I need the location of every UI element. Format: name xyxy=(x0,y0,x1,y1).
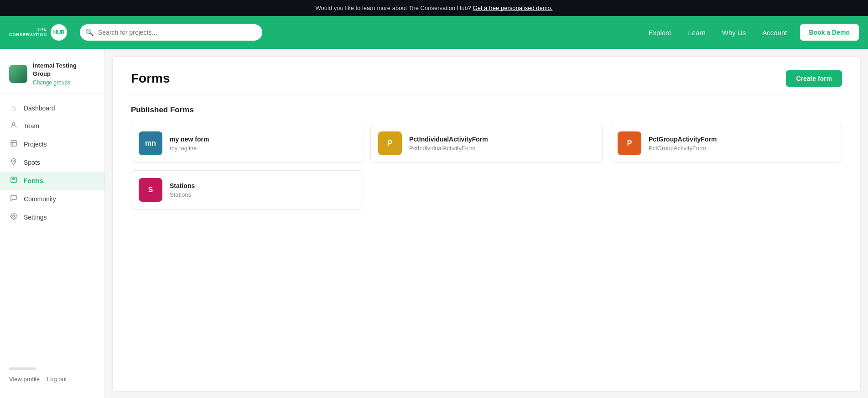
bottom-links: View profile Log out xyxy=(9,376,95,382)
nav-explore[interactable]: Explore xyxy=(641,25,679,40)
sidebar-item-label-spots: Spots xyxy=(24,159,40,166)
main-content: Forms Create form Published Forms mn my … xyxy=(112,56,861,392)
form-icon-s: S xyxy=(139,178,162,202)
community-icon xyxy=(9,194,18,204)
team-icon xyxy=(9,121,18,131)
group-avatar-img xyxy=(9,65,27,83)
logo-hub: HUB xyxy=(51,24,67,41)
form-sub-0: my tagline xyxy=(170,145,355,152)
form-icon-mn: mn xyxy=(139,131,162,155)
logo-text-top: THE xyxy=(37,27,47,32)
sidebar-item-label-community: Community xyxy=(24,195,56,203)
view-profile-link[interactable]: View profile xyxy=(9,376,40,382)
sidebar-item-projects[interactable]: Projects xyxy=(0,135,104,153)
group-details: Internal Testing Group Change groups xyxy=(33,62,95,86)
book-demo-button[interactable]: Book a Demo xyxy=(800,24,859,41)
group-avatar xyxy=(9,65,27,83)
sidebar: Internal Testing Group Change groups ⌂ D… xyxy=(0,49,105,398)
sidebar-bottom: View profile Log out xyxy=(0,360,104,390)
header: THE CONSERVATION HUB 🔍 Explore Learn Why… xyxy=(0,16,868,49)
form-name-0: my new form xyxy=(170,136,355,143)
forms-icon xyxy=(9,176,18,185)
demo-link[interactable]: Get a free personalised demo. xyxy=(473,5,553,11)
page-title: Forms xyxy=(131,71,170,86)
search-icon: 🔍 xyxy=(85,28,94,37)
nav-account[interactable]: Account xyxy=(755,25,794,40)
sidebar-item-forms[interactable]: Forms xyxy=(0,172,104,190)
page-header: Forms Create form xyxy=(131,70,842,94)
announcement-bar: Would you like to learn more about The C… xyxy=(0,0,868,16)
form-info-1: PctIndividualActivityForm PctIndividualA… xyxy=(409,136,595,152)
sidebar-item-settings[interactable]: Settings xyxy=(0,208,104,226)
form-card-pct-individual[interactable]: P PctIndividualActivityForm PctIndividua… xyxy=(370,124,603,163)
projects-icon xyxy=(9,140,18,149)
change-groups-link[interactable]: Change groups xyxy=(33,79,70,86)
group-name: Internal Testing Group xyxy=(33,62,95,78)
dashboard-icon: ⌂ xyxy=(9,104,18,112)
form-name-3: Stations xyxy=(170,182,355,189)
app-body: Internal Testing Group Change groups ⌂ D… xyxy=(0,49,868,398)
form-icon-p-orange: P xyxy=(618,131,641,155)
header-nav: Explore Learn Why Us Account Book a Demo xyxy=(641,24,859,41)
form-icon-p-yellow: P xyxy=(378,131,402,155)
svg-point-4 xyxy=(13,215,15,217)
svg-rect-1 xyxy=(11,141,16,146)
form-sub-3: Stations xyxy=(170,191,355,198)
form-card-my-new-form[interactable]: mn my new form my tagline xyxy=(131,124,363,163)
sidebar-item-label-projects: Projects xyxy=(24,141,47,148)
sidebar-item-community[interactable]: Community xyxy=(0,190,104,208)
sidebar-nav: ⌂ Dashboard Team Projects Spots xyxy=(0,100,104,226)
sidebar-item-team[interactable]: Team xyxy=(0,117,104,135)
sidebar-item-label-dashboard: Dashboard xyxy=(24,105,55,112)
spots-icon xyxy=(9,158,18,167)
sidebar-item-label-team: Team xyxy=(24,122,39,130)
svg-point-2 xyxy=(13,160,14,162)
form-card-stations[interactable]: S Stations Stations xyxy=(131,170,363,209)
sidebar-item-label-forms: Forms xyxy=(24,177,43,184)
settings-icon xyxy=(9,213,18,222)
sidebar-item-label-settings: Settings xyxy=(24,214,47,221)
create-form-button[interactable]: Create form xyxy=(786,70,842,87)
form-sub-1: PctIndividualActivityForm xyxy=(409,145,595,152)
sidebar-item-dashboard[interactable]: ⌂ Dashboard xyxy=(0,100,104,117)
sidebar-item-spots[interactable]: Spots xyxy=(0,153,104,172)
form-info-2: PctGroupActivityForm PctGroupActivityFor… xyxy=(649,136,834,152)
search-input[interactable] xyxy=(80,24,262,41)
form-name-2: PctGroupActivityForm xyxy=(649,136,834,143)
user-bar xyxy=(9,367,36,370)
published-forms-title: Published Forms xyxy=(131,105,842,115)
logo: THE CONSERVATION HUB xyxy=(9,24,67,41)
svg-point-0 xyxy=(12,123,15,125)
log-out-link[interactable]: Log out xyxy=(47,376,67,382)
group-info: Internal Testing Group Change groups xyxy=(0,58,104,94)
form-sub-2: PctGroupActivityForm xyxy=(649,145,834,152)
form-info-0: my new form my tagline xyxy=(170,136,355,152)
form-name-1: PctIndividualActivityForm xyxy=(409,136,595,143)
logo-text-mid: CONSERVATION xyxy=(9,32,47,38)
search-bar: 🔍 xyxy=(80,24,262,41)
form-info-3: Stations Stations xyxy=(170,182,355,198)
nav-learn[interactable]: Learn xyxy=(681,25,712,40)
forms-grid-row1: mn my new form my tagline P PctIndividua… xyxy=(131,124,842,163)
forms-grid-row2: S Stations Stations xyxy=(131,170,842,209)
nav-why-us[interactable]: Why Us xyxy=(715,25,754,40)
form-card-pct-group[interactable]: P PctGroupActivityForm PctGroupActivityF… xyxy=(610,124,842,163)
announcement-text: Would you like to learn more about The C… xyxy=(316,5,471,11)
